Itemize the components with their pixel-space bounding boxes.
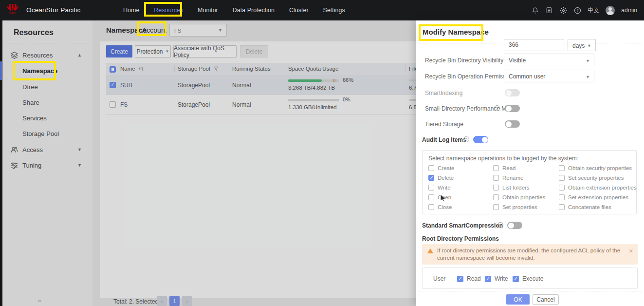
checkbox[interactable] — [513, 276, 519, 282]
audit-checkbox-rename[interactable]: Rename — [493, 175, 523, 181]
nav-utility-area: ? 中文 admin — [531, 0, 637, 20]
ok-button[interactable]: OK — [506, 294, 530, 305]
cancel-button[interactable]: Cancel — [533, 294, 559, 305]
nav-item-resources[interactable]: Resources — [154, 7, 183, 14]
huawei-logo-icon: HUAWEI — [6, 3, 19, 14]
audit-checkbox-set-properties[interactable]: Set properties — [493, 204, 537, 210]
username-label: admin — [621, 7, 637, 14]
audit-operations-box: Select namespace operations to be logged… — [422, 150, 637, 214]
tiered-storage-toggle[interactable] — [505, 120, 520, 128]
modal-dim-overlay — [0, 20, 416, 306]
small-directory-label: Small-Directory Performance Mode — [425, 105, 516, 112]
panel-footer-divider — [418, 291, 642, 291]
checkbox[interactable] — [493, 185, 499, 191]
checkbox[interactable] — [493, 165, 499, 171]
recycle-permission-label: Recycle Bin Operation Permission — [425, 73, 514, 80]
huawei-logo-text: HUAWEI — [9, 12, 16, 14]
retention-period-input[interactable]: 366 — [504, 39, 564, 51]
top-nav-bar: HUAWEI OceanStor Pacific Home Resources … — [0, 0, 644, 20]
panel-title: Modify Namespace — [423, 28, 489, 36]
small-directory-toggle[interactable] — [505, 105, 520, 112]
checkbox[interactable] — [428, 185, 434, 191]
warning-text: If root directory permissions are modifi… — [437, 247, 626, 262]
checkbox[interactable] — [428, 204, 434, 210]
gear-icon[interactable] — [559, 6, 567, 14]
help-icon[interactable]: ? — [497, 222, 503, 228]
audit-box-title: Select namespace operations to be logged… — [428, 155, 578, 162]
nav-item-monitor[interactable]: Monitor — [198, 7, 218, 14]
language-switch[interactable]: 中文 — [588, 6, 599, 15]
help-icon[interactable]: ? — [494, 105, 500, 111]
checkbox[interactable] — [493, 194, 499, 200]
checkbox[interactable] — [493, 175, 499, 181]
audit-checkbox-concatenate[interactable]: Concatenate files — [559, 204, 611, 210]
audit-checkbox-set-security[interactable]: Set security properties — [559, 175, 624, 181]
chevron-down-icon: ▼ — [586, 75, 590, 79]
audit-checkbox-close[interactable]: Close — [428, 204, 452, 210]
acl-warning-banner: If root directory permissions are modifi… — [422, 244, 638, 265]
perm-checkbox-execute[interactable]: Execute — [513, 275, 543, 282]
nav-item-cluster[interactable]: Cluster — [289, 7, 309, 14]
nav-item-home[interactable]: Home — [123, 7, 139, 14]
screen: HUAWEI OceanStor Pacific Home Resources … — [0, 0, 644, 306]
recycle-visibility-select[interactable]: Visible ▼ — [504, 54, 594, 66]
checkbox[interactable] — [485, 276, 491, 282]
help-icon[interactable]: ? — [573, 6, 581, 14]
checkbox[interactable] — [559, 185, 565, 191]
close-icon[interactable]: ✕ — [629, 248, 633, 254]
audit-checkbox-list-folders[interactable]: List folders — [493, 185, 530, 191]
audit-checkbox-delete[interactable]: Delete — [428, 175, 454, 181]
audit-checkbox-open[interactable]: Open — [428, 194, 451, 200]
chevron-down-icon: ▼ — [586, 58, 590, 63]
chevron-down-icon: ▼ — [587, 43, 591, 48]
smartcompression-label: Standard SmartCompression — [422, 222, 503, 229]
help-icon[interactable]: ? — [463, 136, 469, 142]
perm-checkbox-read[interactable]: Read — [457, 275, 481, 282]
audit-checkbox-write[interactable]: Write — [428, 185, 451, 191]
root-permissions-title: Root Directory Permissions — [422, 235, 499, 242]
checkbox[interactable] — [493, 204, 499, 210]
app-title: OceanStor Pacific — [26, 6, 80, 14]
checkbox[interactable] — [428, 194, 434, 200]
audit-checkbox-obtain-extension[interactable]: Obtain extension properties — [559, 185, 637, 191]
audit-checkbox-set-extension[interactable]: Set extension properties — [559, 194, 628, 200]
audit-log-toggle[interactable] — [473, 136, 488, 143]
main-nav: Home Resources Monitor Data Protection C… — [123, 0, 345, 20]
audit-checkbox-obtain-properties[interactable]: Obtain properties — [493, 194, 545, 200]
checkbox[interactable] — [559, 175, 565, 181]
task-list-icon[interactable] — [545, 6, 553, 14]
user-row-label: User — [433, 275, 445, 282]
tiered-storage-label: Tiered Storage — [425, 121, 463, 128]
checkbox[interactable] — [559, 204, 565, 210]
user-avatar[interactable] — [606, 6, 615, 15]
audit-log-label: Audit Log Items — [422, 136, 466, 143]
smartcompression-toggle[interactable] — [507, 222, 522, 229]
recycle-visibility-label: Recycle Bin Directory Visibility — [425, 57, 503, 64]
svg-text:?: ? — [576, 8, 578, 13]
checkbox[interactable] — [559, 165, 565, 171]
retention-unit-select[interactable]: days ▼ — [568, 39, 596, 51]
checkbox[interactable] — [428, 165, 434, 171]
warning-icon — [427, 249, 433, 253]
nav-item-settings[interactable]: Settings — [323, 7, 345, 14]
smartindexing-label: SmartIndexing — [425, 90, 462, 96]
audit-checkbox-read[interactable]: Read — [493, 165, 516, 171]
audit-checkbox-create[interactable]: Create — [428, 165, 455, 171]
perm-checkbox-write[interactable]: Write — [485, 275, 508, 282]
checkbox[interactable] — [457, 276, 463, 282]
audit-checkbox-obtain-security[interactable]: Obtain security properties — [559, 165, 632, 171]
smartindexing-toggle[interactable] — [505, 89, 520, 96]
checkbox[interactable] — [559, 194, 565, 200]
recycle-permission-select[interactable]: Common user ▼ — [504, 70, 594, 82]
nav-item-data-protection[interactable]: Data Protection — [233, 7, 275, 14]
user-permissions-box: User Read Write Execute — [422, 268, 638, 289]
modify-namespace-panel: Modify Namespace 366 days ▼ Recycle Bin … — [416, 20, 644, 306]
checkbox[interactable] — [428, 175, 434, 181]
bell-icon[interactable] — [531, 6, 539, 14]
